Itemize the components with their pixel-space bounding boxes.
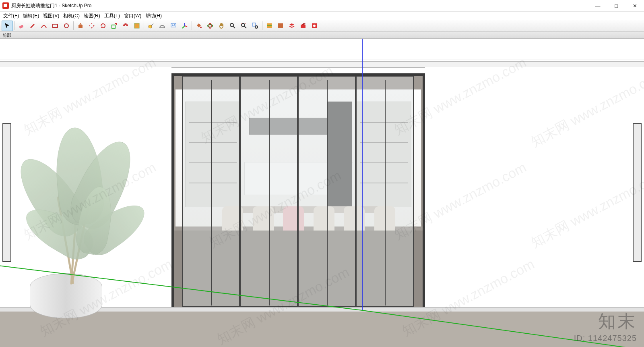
rotate-tool-icon[interactable] bbox=[97, 21, 109, 31]
sliding-door bbox=[171, 73, 425, 307]
wall-right bbox=[425, 67, 644, 309]
svg-point-15 bbox=[255, 26, 258, 28]
svg-rect-4 bbox=[112, 25, 115, 28]
title-bar: 厨房长虹玻璃推拉门1 - SketchUp Pro — □ ✕ bbox=[0, 0, 644, 12]
brand-overlay: 知末 bbox=[598, 310, 637, 333]
minimize-button[interactable]: — bbox=[588, 0, 607, 11]
menu-file[interactable]: 文件(F) bbox=[2, 12, 21, 20]
toolbar-sep bbox=[14, 21, 14, 30]
svg-rect-0 bbox=[19, 25, 24, 29]
toolbar-sep bbox=[192, 21, 192, 30]
svg-rect-1 bbox=[53, 24, 58, 27]
toolbar-sep bbox=[73, 21, 74, 30]
close-button[interactable]: ✕ bbox=[625, 0, 644, 11]
exterior-floor bbox=[0, 308, 644, 347]
axis-blue-icon bbox=[362, 39, 363, 310]
menu-help[interactable]: 帮助(H) bbox=[144, 12, 163, 20]
window-title: 厨房长虹玻璃推拉门1 - SketchUp Pro bbox=[11, 2, 91, 9]
svg-rect-17 bbox=[278, 23, 283, 28]
door-frame bbox=[171, 73, 425, 307]
svg-rect-14 bbox=[252, 23, 256, 26]
menu-camera[interactable]: 相机(C) bbox=[62, 12, 81, 20]
svg-text:A1: A1 bbox=[172, 24, 175, 27]
followme-tool-icon[interactable] bbox=[131, 21, 142, 31]
svg-rect-3 bbox=[78, 25, 83, 28]
circle-tool-icon[interactable] bbox=[61, 21, 72, 31]
id-overlay: ID: 1142475325 bbox=[574, 334, 637, 343]
scene-strip: 前部 bbox=[0, 32, 644, 39]
maximize-button[interactable]: □ bbox=[607, 0, 625, 11]
title-bar-left: 厨房长虹玻璃推拉门1 - SketchUp Pro bbox=[0, 2, 91, 9]
pencil-tool-icon[interactable] bbox=[27, 21, 38, 31]
view-label: 前部 bbox=[2, 32, 11, 38]
protractor-tool-icon[interactable] bbox=[157, 21, 168, 31]
axes-tool-icon[interactable] bbox=[179, 21, 190, 31]
toolbar-sep bbox=[144, 21, 144, 30]
menu-window[interactable]: 窗口(W) bbox=[122, 12, 143, 20]
wall-left bbox=[0, 67, 171, 309]
svg-point-9 bbox=[200, 27, 202, 28]
offset-tool-icon[interactable] bbox=[120, 21, 131, 31]
paint-tool-icon[interactable] bbox=[193, 21, 204, 31]
menu-tools[interactable]: 工具(T) bbox=[103, 12, 122, 20]
tape-tool-icon[interactable] bbox=[145, 21, 157, 31]
side-door-left bbox=[2, 123, 11, 262]
styles-tool-icon[interactable] bbox=[309, 21, 320, 31]
select-tool-icon[interactable] bbox=[2, 21, 13, 31]
section-tool-icon[interactable] bbox=[264, 21, 275, 31]
rect-tool-icon[interactable] bbox=[50, 21, 61, 31]
model-viewport[interactable]: 知末网 www.znzmo.com 知末网 www.znzmo.com 知末网 … bbox=[0, 39, 644, 347]
components-tool-icon[interactable] bbox=[297, 21, 309, 31]
svg-point-11 bbox=[209, 23, 211, 28]
pushpull-tool-icon[interactable] bbox=[75, 21, 86, 31]
svg-point-2 bbox=[64, 24, 68, 28]
layers-tool-icon[interactable] bbox=[286, 21, 297, 31]
text-tool-icon[interactable]: A1 bbox=[168, 21, 179, 31]
upper-wall bbox=[0, 47, 644, 60]
svg-rect-18 bbox=[301, 25, 305, 28]
zoom-window-tool-icon[interactable] bbox=[250, 21, 261, 31]
orbit-tool-icon[interactable] bbox=[204, 21, 216, 31]
main-toolbar: A1 bbox=[0, 20, 644, 32]
arc-tool-icon[interactable] bbox=[38, 21, 50, 31]
zoom-tool-icon[interactable] bbox=[227, 21, 238, 31]
menu-view[interactable]: 视图(V) bbox=[41, 12, 61, 20]
eraser-tool-icon[interactable] bbox=[16, 21, 27, 31]
menu-bar: 文件(F) 编辑(E) 视图(V) 相机(C) 绘图(R) 工具(T) 窗口(W… bbox=[0, 12, 644, 20]
svg-rect-5 bbox=[134, 23, 139, 28]
scale-tool-icon[interactable] bbox=[109, 21, 120, 31]
sketchup-app-icon bbox=[2, 2, 9, 9]
move-tool-icon[interactable] bbox=[86, 21, 97, 31]
outliner-tool-icon[interactable] bbox=[275, 21, 286, 31]
toolbar-sep bbox=[262, 21, 262, 30]
svg-point-10 bbox=[208, 25, 213, 27]
plant-pot bbox=[30, 273, 102, 318]
menu-draw[interactable]: 绘图(R) bbox=[82, 12, 102, 20]
side-door-right bbox=[633, 123, 642, 262]
pan-tool-icon[interactable] bbox=[216, 21, 227, 31]
window-controls: — □ ✕ bbox=[588, 0, 644, 11]
svg-point-20 bbox=[313, 25, 316, 27]
zoom-extents-tool-icon[interactable] bbox=[238, 21, 250, 31]
svg-point-12 bbox=[230, 23, 233, 27]
menu-edit[interactable]: 编辑(E) bbox=[21, 12, 41, 20]
